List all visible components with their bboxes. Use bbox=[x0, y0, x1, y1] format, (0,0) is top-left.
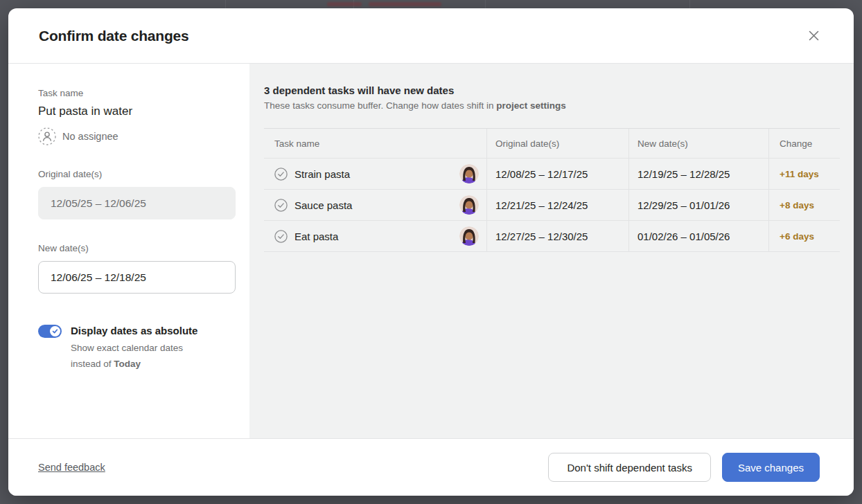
avatar bbox=[459, 226, 479, 246]
table-row: Eat pasta 12/27/25 – 12/30/25 01/02/26 –… bbox=[264, 221, 840, 252]
column-header-new-dates: New date(s) bbox=[628, 129, 768, 158]
close-icon bbox=[807, 29, 820, 42]
project-settings-link[interactable]: project settings bbox=[496, 100, 566, 111]
new-dates-cell: 12/29/25 – 01/01/26 bbox=[628, 190, 768, 220]
task-name-value: Put pasta in water bbox=[38, 105, 244, 118]
confirm-date-changes-dialog: Confirm date changes Task name Put pasta… bbox=[8, 8, 854, 496]
save-changes-button[interactable]: Save changes bbox=[722, 453, 820, 482]
task-name-label: Task name bbox=[38, 88, 244, 98]
avatar bbox=[459, 195, 479, 215]
toggle-label: Display dates as absolute bbox=[71, 324, 197, 337]
check-circle-icon bbox=[274, 168, 288, 181]
task-name-cell: Sauce pasta bbox=[294, 199, 352, 211]
background-column-divider bbox=[225, 0, 226, 8]
original-dates-cell: 12/21/25 – 12/24/25 bbox=[486, 190, 628, 220]
dialog-footer: Send feedback Don't shift dependent task… bbox=[8, 438, 854, 496]
absolute-dates-toggle-row: Display dates as absolute Show exact cal… bbox=[38, 324, 244, 372]
dont-shift-dependent-tasks-button[interactable]: Don't shift dependent tasks bbox=[548, 453, 710, 482]
change-cell: +11 days bbox=[768, 159, 840, 189]
dialog-header: Confirm date changes bbox=[8, 8, 854, 64]
close-button[interactable] bbox=[802, 25, 825, 47]
check-circle-icon bbox=[274, 199, 288, 212]
original-dates-cell: 12/08/25 – 12/17/25 bbox=[486, 159, 628, 189]
original-dates-label: Original date(s) bbox=[38, 169, 244, 179]
background-red-text-remnant bbox=[369, 2, 441, 6]
send-feedback-link[interactable]: Send feedback bbox=[38, 462, 105, 473]
new-dates-cell: 01/02/26 – 01/05/26 bbox=[628, 221, 768, 251]
check-circle-icon bbox=[274, 230, 288, 243]
toggle-check-icon bbox=[50, 326, 60, 336]
dialog-title: Confirm date changes bbox=[39, 28, 189, 44]
column-header-original-dates: Original date(s) bbox=[486, 129, 628, 158]
task-name-cell: Eat pasta bbox=[294, 231, 338, 242]
toggle-description: Show exact calendar dates instead of Tod… bbox=[71, 341, 197, 372]
dependent-tasks-subheading: These tasks consume buffer. Change how d… bbox=[264, 100, 840, 111]
background-column-divider bbox=[485, 0, 486, 8]
table-header-row: Task name Original date(s) New date(s) C… bbox=[264, 128, 840, 159]
original-dates-input bbox=[38, 187, 236, 219]
column-header-task-name: Task name bbox=[264, 129, 486, 158]
toggle-description-prefix: instead of bbox=[71, 359, 114, 369]
change-cell: +8 days bbox=[768, 190, 840, 220]
dependent-tasks-panel: 3 dependent tasks will have new dates Th… bbox=[249, 64, 854, 438]
subheading-text: These tasks consume buffer. Change how d… bbox=[264, 100, 496, 111]
dialog-body: Task name Put pasta in water No assignee… bbox=[8, 64, 854, 438]
toggle-description-line1: Show exact calendar dates bbox=[71, 343, 183, 353]
dependent-tasks-table: Task name Original date(s) New date(s) C… bbox=[264, 128, 840, 252]
task-summary-panel: Task name Put pasta in water No assignee… bbox=[8, 64, 249, 438]
toggle-description-today: Today bbox=[114, 359, 141, 369]
task-name-cell: Strain pasta bbox=[294, 168, 350, 180]
table-row: Sauce pasta 12/21/25 – 12/24/25 12/29/25… bbox=[264, 190, 840, 221]
new-dates-input[interactable] bbox=[38, 261, 236, 294]
avatar bbox=[459, 164, 479, 183]
dependent-tasks-heading: 3 dependent tasks will have new dates bbox=[264, 84, 840, 96]
absolute-dates-toggle[interactable] bbox=[38, 325, 62, 338]
table-row: Strain pasta 12/08/25 – 12/17/25 12/19/2… bbox=[264, 159, 840, 190]
change-cell: +6 days bbox=[768, 221, 840, 251]
new-dates-label: New date(s) bbox=[38, 243, 244, 253]
background-column-divider bbox=[689, 0, 690, 8]
no-assignee-icon bbox=[38, 127, 56, 145]
assignee-label: No assignee bbox=[62, 131, 118, 142]
column-header-change: Change bbox=[768, 129, 840, 158]
background-red-text-remnant bbox=[327, 2, 362, 6]
original-dates-cell: 12/27/25 – 12/30/25 bbox=[486, 221, 628, 251]
assignee-row: No assignee bbox=[38, 127, 244, 145]
new-dates-cell: 12/19/25 – 12/28/25 bbox=[628, 159, 768, 189]
